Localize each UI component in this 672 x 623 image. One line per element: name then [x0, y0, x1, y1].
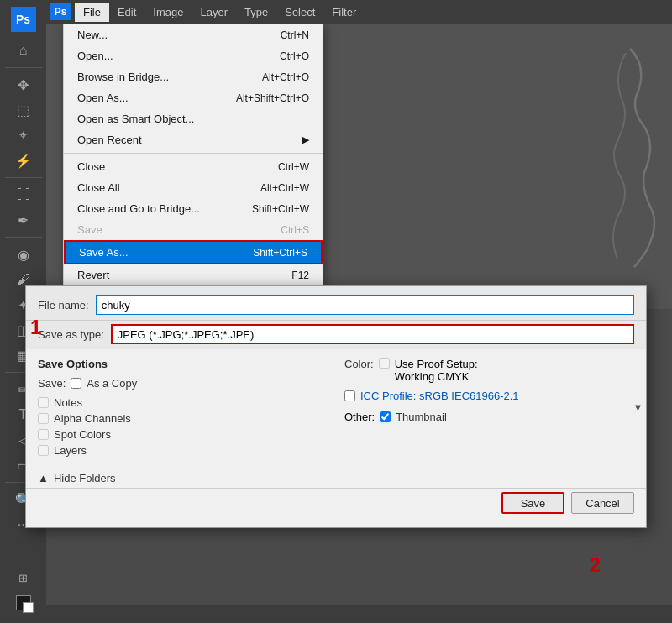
tool-separator-2	[5, 177, 42, 178]
menu-image[interactable]: Image	[144, 3, 192, 22]
hide-folders-arrow-icon: ▲	[38, 472, 49, 484]
ps-logo: Ps	[11, 7, 36, 32]
ps-canvas-area: New... Ctrl+N Open... Ctrl+O Browse in B…	[46, 24, 672, 309]
working-cmyk-label: Working CMYK	[395, 370, 470, 383]
as-a-copy-label: As a Copy	[87, 377, 137, 390]
menu-type[interactable]: Type	[236, 3, 276, 22]
eyedropper-icon[interactable]: ✒	[9, 208, 38, 232]
color-label: Color:	[344, 358, 374, 370]
menu-edit[interactable]: Edit	[109, 3, 144, 22]
options-left: Save Options Save: As a Copy Notes Alpha…	[38, 358, 328, 460]
menu-save: Save Ctrl+S	[64, 219, 323, 240]
file-dropdown-menu: New... Ctrl+N Open... Ctrl+O Browse in B…	[63, 24, 323, 309]
filename-label: File name:	[38, 299, 89, 312]
menu-layer[interactable]: Layer	[192, 3, 237, 22]
hide-folders-row[interactable]: ▲ Hide Folders	[26, 469, 646, 488]
spot-heal-icon[interactable]: ◉	[9, 243, 38, 266]
filename-row: File name: ▼	[26, 286, 646, 321]
lasso-tool-icon[interactable]: ⌖	[9, 123, 38, 147]
layer-group-icon[interactable]: ⊞	[9, 566, 38, 589]
save-dialog: File name: ▼ Save as type: JPEG (*.JPG;*…	[25, 285, 647, 528]
notes-row: Notes	[38, 396, 328, 409]
menu-separator-1	[64, 153, 323, 154]
dialog-footer: Save Cancel	[26, 488, 646, 519]
menu-close-all[interactable]: Close All Alt+Ctrl+W	[64, 177, 323, 198]
canvas-sketch	[596, 40, 664, 275]
save-type-label: Save as type:	[38, 328, 104, 341]
menu-filter[interactable]: Filter	[323, 3, 365, 22]
step2-label: 2	[590, 553, 601, 577]
menu-open-smart-object[interactable]: Open as Smart Object...	[64, 108, 323, 129]
thumbnail-checkbox[interactable]	[380, 411, 391, 422]
use-proof-setup-checkbox[interactable]	[379, 358, 390, 369]
foreground-bg-icon[interactable]	[9, 591, 38, 615]
save-type-value: JPEG (*.JPG;*.JPEG;*.JPE)	[111, 324, 634, 344]
color-row: Color: Use Proof Setup: Working CMYK	[344, 358, 634, 383]
marquee-tool-icon[interactable]: ⬚	[9, 98, 38, 122]
save-label-row: Save: As a Copy	[38, 377, 328, 390]
menu-open-recent[interactable]: Open Recent ▶	[64, 129, 323, 150]
ps-bottom-bar	[0, 605, 672, 623]
dialog-options: Save Options Save: As a Copy Notes Alpha…	[26, 349, 646, 469]
thumbnail-row: Other: Thumbnail	[344, 411, 634, 423]
menu-close-bridge[interactable]: Close and Go to Bridge... Shift+Ctrl+W	[64, 198, 323, 219]
other-label: Other:	[344, 411, 375, 423]
tool-separator-1	[5, 67, 42, 68]
menu-revert[interactable]: Revert F12	[64, 264, 323, 285]
cancel-button[interactable]: Cancel	[571, 492, 634, 514]
icc-profile-label: ICC Profile: sRGB IEC61966-2.1	[360, 390, 519, 402]
magic-wand-icon[interactable]: ⚡	[9, 149, 38, 172]
alpha-channels-checkbox[interactable]	[38, 413, 49, 424]
home-tool-icon[interactable]: ⌂	[9, 39, 38, 62]
alpha-channels-row: Alpha Channels	[38, 412, 328, 425]
menu-save-as[interactable]: Save As... Shift+Ctrl+S	[64, 240, 323, 264]
layers-checkbox[interactable]	[38, 445, 49, 456]
alpha-channels-label: Alpha Channels	[54, 412, 131, 425]
notes-checkbox[interactable]	[38, 397, 49, 408]
save-button[interactable]: Save	[501, 492, 564, 514]
menu-file[interactable]: File	[75, 3, 109, 22]
spot-colors-label: Spot Colors	[54, 428, 111, 441]
move-tool-icon[interactable]: ✥	[9, 73, 38, 97]
thumbnail-label: Thumbnail	[396, 411, 447, 423]
menu-close[interactable]: Close Ctrl+W	[64, 156, 323, 177]
layers-row: Layers	[38, 444, 328, 457]
options-right: Color: Use Proof Setup: Working CMYK ICC…	[344, 358, 634, 460]
menu-select[interactable]: Select	[276, 3, 323, 22]
filename-input[interactable]	[96, 295, 634, 315]
icc-profile-checkbox[interactable]	[344, 390, 355, 401]
hide-folders-label: Hide Folders	[54, 472, 116, 484]
tool-separator-3	[5, 237, 42, 238]
save-label-text: Save:	[38, 377, 66, 390]
menu-open-as[interactable]: Open As... Alt+Shift+Ctrl+O	[64, 87, 323, 108]
menu-new[interactable]: New... Ctrl+N	[64, 24, 323, 45]
step1-label: 1	[30, 316, 41, 339]
menu-browse-bridge[interactable]: Browse in Bridge... Alt+Ctrl+O	[64, 66, 323, 87]
as-a-copy-checkbox[interactable]	[71, 378, 81, 389]
spot-colors-checkbox[interactable]	[38, 429, 49, 440]
notes-label: Notes	[54, 396, 82, 409]
ps-menubar: Ps File Edit Image Layer Type Select Fil…	[46, 0, 672, 24]
crop-tool-icon[interactable]: ⛶	[9, 183, 38, 207]
layers-label: Layers	[54, 444, 87, 457]
spot-colors-row: Spot Colors	[38, 428, 328, 441]
menu-open[interactable]: Open... Ctrl+O	[64, 45, 323, 66]
ps-app-icon: Ps	[50, 3, 71, 20]
save-type-row: Save as type: JPEG (*.JPG;*.JPEG;*.JPE) …	[26, 321, 646, 349]
use-proof-label: Use Proof Setup:	[395, 358, 478, 370]
icc-profile-row: ICC Profile: sRGB IEC61966-2.1	[344, 390, 634, 402]
options-title: Save Options	[38, 358, 328, 370]
